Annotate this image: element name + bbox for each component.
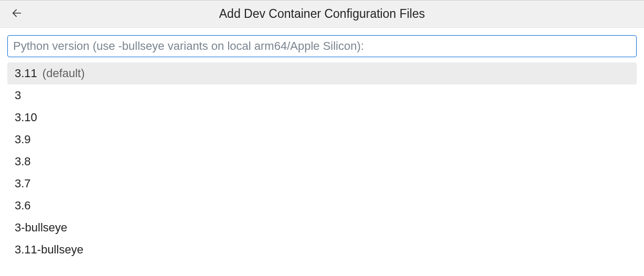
list-item-detail: (default) [42, 67, 85, 80]
list-item[interactable]: 3.11-bullseye [7, 239, 637, 261]
options-list: 3.11(default)33.103.93.83.73.63-bullseye… [7, 62, 637, 276]
list-item-label: 3 [15, 89, 21, 102]
list-item[interactable]: 3-bullseye [7, 217, 637, 239]
quickpick-body: 3.11(default)33.103.93.83.73.63-bullseye… [0, 28, 644, 276]
list-item-label: 3.11 [15, 67, 37, 80]
list-item-label: 3-bullseye [15, 221, 67, 235]
list-item[interactable]: 3.7 [7, 173, 637, 195]
list-item[interactable]: 3.10 [7, 107, 637, 129]
list-item-label: 3.6 [15, 199, 31, 213]
quickpick-title: Add Dev Container Configuration Files [8, 7, 636, 21]
quickpick-header: Add Dev Container Configuration Files [0, 1, 644, 28]
arrow-left-icon [11, 7, 23, 21]
list-item-label: 3.9 [15, 133, 31, 146]
list-item-label: 3.11-bullseye [15, 243, 83, 257]
list-item[interactable]: 3.8 [7, 151, 637, 173]
list-item-label: 3.7 [15, 177, 31, 190]
list-item[interactable]: 3.9 [7, 129, 637, 151]
list-item[interactable]: 3 [7, 84, 637, 107]
list-item-label: 3.8 [15, 155, 31, 168]
back-button[interactable] [9, 7, 24, 22]
list-item[interactable]: 3.6 [7, 195, 637, 217]
list-item-label: 3.10 [15, 111, 37, 124]
list-item[interactable]: 3.11(default) [7, 62, 637, 84]
search-input[interactable] [7, 35, 637, 57]
quickpick-panel: Add Dev Container Configuration Files 3.… [0, 0, 644, 276]
